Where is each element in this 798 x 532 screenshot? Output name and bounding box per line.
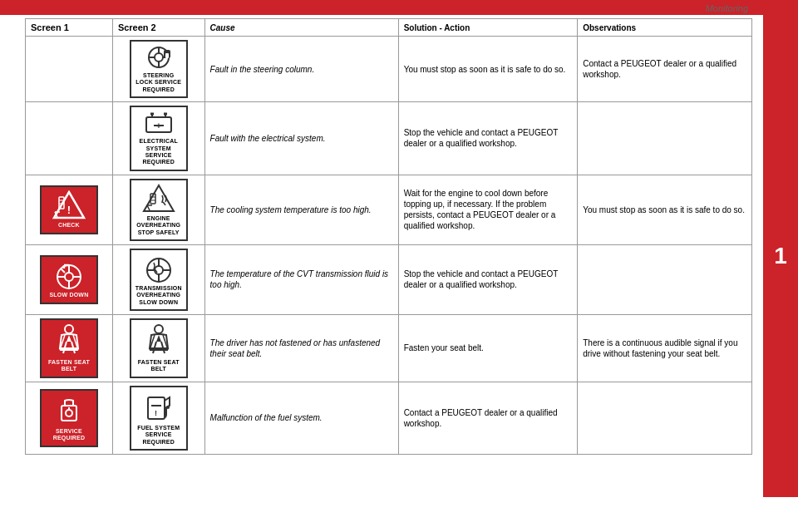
observations-cell-1 <box>578 102 752 175</box>
monitoring-table: Screen 1 Screen 2 Cause Solution - Actio… <box>25 18 752 455</box>
svg-point-27 <box>65 273 73 281</box>
col-solution: Solution - Action <box>398 19 578 37</box>
svg-point-53 <box>166 406 170 409</box>
screen1-cell-1 <box>26 102 113 175</box>
solution-cell-1: Stop the vehicle and contact a PEUGEOT d… <box>398 102 578 175</box>
screen1-cell-3: SLOW DOWN <box>26 244 113 314</box>
col-screen1: Screen 1 <box>26 19 113 37</box>
col-cause: Cause <box>204 19 398 37</box>
screen2-cell-4: FASTEN SEAT BELT <box>112 315 204 382</box>
cause-cell-0: Fault in the steering column. <box>204 37 398 102</box>
screen1-cell-2: ! CHECK <box>26 175 113 244</box>
svg-text:!: ! <box>67 204 71 216</box>
screen1-cell-4: FASTEN SEAT BELT <box>26 315 113 382</box>
observations-cell-4: There is a continuous audible signal if … <box>578 315 752 382</box>
screen2-cell-0: STEERING LOCK SERVICE REQUIRED <box>112 37 204 102</box>
screen2-cell-5: ! FUEL SYSTEM SERVICE REQUIRED <box>112 382 204 454</box>
screen2-cell-3: TRANSMISSION OVERHEATING SLOW DOWN <box>112 244 204 314</box>
svg-point-44 <box>155 325 163 333</box>
screen1-cell-0 <box>26 37 113 102</box>
observations-cell-3 <box>578 244 752 314</box>
svg-line-24 <box>147 205 150 210</box>
solution-cell-2: Wait for the engine to cool down before … <box>398 175 578 244</box>
observations-cell-2: You must stop as soon as it is safe to d… <box>578 175 752 244</box>
svg-point-1 <box>155 53 163 62</box>
page-number: 1 <box>763 15 798 497</box>
solution-cell-3: Stop the vehicle and contact a PEUGEOT d… <box>398 244 578 314</box>
screen2-cell-2: ENGINE OVERHEATING STOP SAFELY <box>112 175 204 244</box>
col-screen2: Screen 2 <box>112 19 204 37</box>
cause-cell-1: Fault with the electrical system. <box>204 102 398 175</box>
solution-cell-5: Contact a PEUGEOT dealer or a qualified … <box>398 382 578 454</box>
cause-cell-4: The driver has not fastened or has unfas… <box>204 315 398 382</box>
solution-cell-4: Fasten your seat belt. <box>398 315 578 382</box>
page-title: Monitoring <box>706 3 748 13</box>
cause-cell-3: The temperature of the CVT transmission … <box>204 244 398 314</box>
cause-cell-2: The cooling system temperature is too hi… <box>204 175 398 244</box>
screen2-cell-1: + ELECTRICAL SYSTEM SERVICE REQUIRED <box>112 102 204 175</box>
observations-cell-0: Contact a PEUGEOT dealer or a qualified … <box>578 37 752 102</box>
svg-point-40 <box>65 325 73 333</box>
observations-cell-5 <box>578 382 752 454</box>
cause-cell-5: Malfunction of the fuel system. <box>204 382 398 454</box>
screen1-cell-5: SERVICE REQUIRED <box>26 382 113 454</box>
svg-rect-7 <box>165 53 169 58</box>
solution-cell-0: You must stop as soon as it is safe to d… <box>398 37 578 102</box>
svg-text:!: ! <box>155 409 157 417</box>
main-content: Screen 1 Screen 2 Cause Solution - Actio… <box>25 18 752 507</box>
col-observations: Observations <box>578 19 752 37</box>
header-bar <box>0 0 798 15</box>
svg-point-49 <box>66 410 72 416</box>
